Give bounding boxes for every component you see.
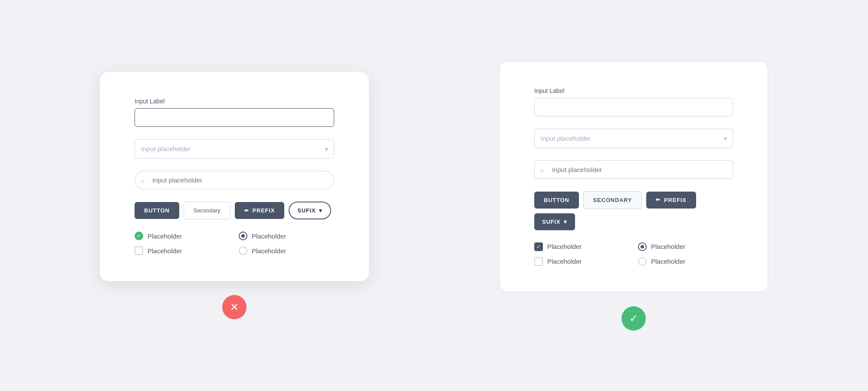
left-radio-2[interactable]: Placeholder	[239, 246, 334, 255]
checkbox-unchecked-icon	[534, 257, 543, 266]
radio-checked-icon	[638, 242, 647, 251]
right-panel: Input Label Input placeholder ▾ ⌕ BUTTON…	[451, 61, 816, 331]
radio-unchecked-icon	[239, 246, 247, 255]
right-suffix-button[interactable]: SUFIX ▾	[534, 213, 575, 230]
right-button-row: BUTTON SECONDARY ✏ PREFIX SUFIX ▾	[534, 191, 733, 230]
chevron-down-icon: ▾	[564, 219, 567, 225]
right-radio-1[interactable]: Placeholder	[638, 242, 733, 251]
left-dropdown[interactable]: Input placeholder	[135, 139, 334, 159]
checkbox-checked-icon: ✓	[534, 242, 543, 251]
left-status-icon: ✕	[222, 295, 247, 319]
radio-checked-icon	[239, 232, 247, 240]
left-secondary-button[interactable]: Secondary	[184, 202, 230, 219]
right-search-group: ⌕	[534, 160, 733, 179]
search-icon: ⌕	[540, 166, 544, 173]
checkbox-unchecked-icon	[135, 246, 143, 255]
right-dropdown[interactable]: Input placeholder	[534, 129, 733, 148]
search-icon: ⌕	[141, 176, 145, 184]
pencil-icon: ✏	[244, 208, 249, 214]
radio-unchecked-icon	[638, 257, 647, 266]
left-checkbox-1[interactable]: ✓ Placeholder	[135, 232, 230, 240]
left-primary-button[interactable]: BUTTON	[135, 202, 179, 219]
right-status-icon: ✓	[621, 306, 646, 331]
left-text-input[interactable]	[135, 108, 334, 127]
right-dropdown-group: Input placeholder ▾	[534, 129, 733, 148]
chevron-down-icon: ▾	[319, 207, 322, 214]
left-controls-section: ✓ Placeholder Placeholder Placeholder	[135, 232, 334, 255]
left-card: Input Label Input placeholder ▾ ⌕ BUTTON…	[100, 72, 369, 281]
left-dropdown-group: Input placeholder ▾	[135, 139, 334, 159]
left-checkbox-2[interactable]: Placeholder	[135, 246, 230, 255]
right-checkbox-1[interactable]: ✓ Placeholder	[534, 242, 629, 251]
right-radio-2[interactable]: Placeholder	[638, 257, 733, 266]
right-primary-button[interactable]: BUTTON	[534, 192, 579, 209]
left-prefix-button[interactable]: ✏ PREFIX	[235, 202, 284, 219]
left-suffix-button[interactable]: Sufix ▾	[289, 202, 331, 219]
left-search-group: ⌕	[135, 171, 334, 189]
left-button-row: BUTTON Secondary ✏ PREFIX Sufix ▾	[135, 202, 334, 219]
right-search-input[interactable]	[534, 160, 733, 179]
right-checkbox-2[interactable]: Placeholder	[534, 257, 629, 266]
pencil-icon: ✏	[656, 197, 661, 203]
right-input-label: Input Label	[534, 87, 733, 94]
checkbox-checked-icon: ✓	[135, 232, 143, 240]
right-prefix-button[interactable]: ✏ PREFIX	[646, 192, 696, 209]
left-input-label: Input Label	[135, 98, 334, 105]
right-input-group: Input Label	[534, 87, 733, 116]
left-input-group: Input Label	[135, 98, 334, 127]
left-panel: Input Label Input placeholder ▾ ⌕ BUTTON…	[52, 72, 417, 319]
right-text-input[interactable]	[534, 98, 733, 116]
right-card: Input Label Input placeholder ▾ ⌕ BUTTON…	[499, 61, 768, 292]
left-search-input[interactable]	[135, 171, 334, 189]
right-secondary-button[interactable]: SECONDARY	[583, 191, 642, 209]
left-radio-1[interactable]: Placeholder	[239, 232, 334, 240]
right-controls-section: ✓ Placeholder Placeholder Placeholder	[534, 242, 733, 266]
